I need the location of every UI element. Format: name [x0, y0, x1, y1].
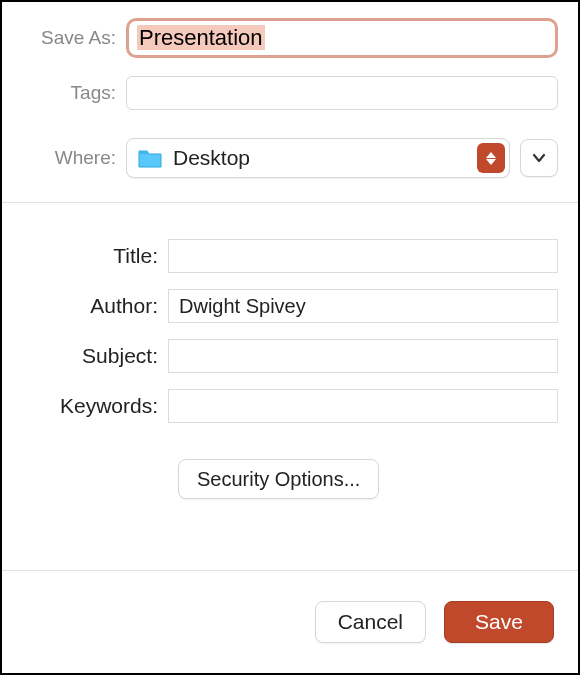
chevron-down-icon: [532, 151, 546, 165]
author-field[interactable]: [168, 289, 558, 323]
title-row: Title:: [22, 239, 558, 273]
tags-label: Tags:: [22, 82, 126, 104]
expand-button[interactable]: [520, 139, 558, 177]
save-as-row: Save As: Presentation: [22, 18, 558, 58]
title-field[interactable]: [168, 239, 558, 273]
title-label: Title:: [22, 244, 168, 268]
save-as-label: Save As:: [22, 27, 126, 49]
folder-icon: [137, 147, 163, 169]
author-label: Author:: [22, 294, 168, 318]
save-as-value[interactable]: Presentation: [137, 25, 265, 50]
keywords-row: Keywords:: [22, 389, 558, 423]
save-as-field[interactable]: Presentation: [126, 18, 558, 58]
metadata-section: Title: Author: Subject: Keywords: Securi…: [2, 203, 578, 519]
author-row: Author:: [22, 289, 558, 323]
save-dialog: Save As: Presentation Tags: Where:: [0, 0, 580, 675]
subject-label: Subject:: [22, 344, 168, 368]
where-dropdown[interactable]: Desktop: [126, 138, 510, 178]
security-options-button[interactable]: Security Options...: [178, 459, 379, 499]
updown-stepper-icon: [477, 143, 505, 173]
tags-field[interactable]: [126, 76, 558, 110]
file-section: Save As: Presentation Tags: Where:: [2, 2, 578, 202]
dialog-footer: Cancel Save: [2, 570, 578, 673]
keywords-label: Keywords:: [22, 394, 168, 418]
cancel-button[interactable]: Cancel: [315, 601, 426, 643]
where-label: Where:: [22, 147, 126, 169]
spacer: [2, 519, 578, 570]
tags-row: Tags:: [22, 76, 558, 110]
keywords-field[interactable]: [168, 389, 558, 423]
save-button[interactable]: Save: [444, 601, 554, 643]
subject-field[interactable]: [168, 339, 558, 373]
where-value: Desktop: [173, 146, 477, 170]
where-row: Where: Desktop: [22, 138, 558, 178]
subject-row: Subject:: [22, 339, 558, 373]
